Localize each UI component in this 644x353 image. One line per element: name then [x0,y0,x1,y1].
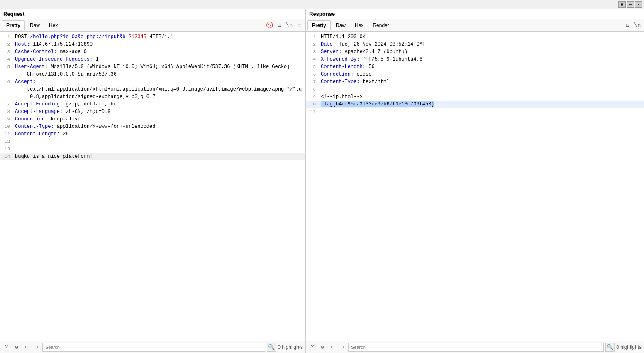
eye-slash-icon[interactable]: 🚫 [265,21,274,30]
response-settings-icon[interactable]: ⚙ [318,343,327,351]
response-line-4: 4 X-Powered-By: PHP/5.5.9-1ubuntu4.6 [306,56,644,63]
request-line-9: =0.8,application/signed-exchange;v=b3;q=… [0,93,305,101]
request-line-7: 6 Accept: [0,78,305,86]
request-line-13: 10 Content-Type: application/x-www-form-… [0,123,305,130]
request-help-icon[interactable]: ? [2,343,11,351]
main-panels: Request Pretty Raw Hex 🚫 ⊟ \n ≡ 1 POST /… [0,9,644,341]
response-search-input[interactable] [348,343,604,352]
menu-icon[interactable]: ≡ [295,21,304,30]
request-line-15: 12 [0,138,305,145]
request-line-11: 8 Accept-Language: zh-CN, zh;q=0.9 [0,108,305,115]
request-code-area: 1 POST /hello.php?id=0a&a=php://input&b=… [0,32,305,341]
response-bottom-bar: ? ⚙ ← → 🔍 0 highlights [306,341,644,353]
response-line-2: 2 Date: Tue, 26 Nov 2024 08:52:14 GMT [306,41,644,48]
response-tab-raw[interactable]: Raw [332,21,350,30]
response-line-10: 10 flag{b4ef95ea3d33ce97b67f1e13c736f453… [306,101,644,108]
request-search-input[interactable] [42,343,265,352]
request-line-8: text/html,application/xhtml+xml,applicat… [0,86,305,93]
request-title: Request [0,9,305,19]
response-tabs: Pretty Raw Hex Render ⊟ \n [306,19,644,32]
request-line-10: 7 Accept-Encoding: gzip, deflate, br [0,101,305,108]
request-line-4: 4 Upgrade-Insecure-Requests: 1 [0,56,305,63]
request-tab-hex[interactable]: Hex [45,21,62,30]
restore-button[interactable]: — [627,1,634,8]
response-line-6: 6 Connection: close [306,71,644,78]
request-line-6: Chrome/131.0.0.0 Safari/537.36 [0,71,305,78]
response-tab-render[interactable]: Render [368,21,393,30]
response-line-5: 5 Content-Length: 56 [306,63,644,71]
response-newline-icon[interactable]: \n [633,21,642,30]
request-line-16: 13 [0,145,305,153]
response-line-9: 9 <!--1p.html--> [306,93,644,101]
request-forward-icon[interactable]: → [32,343,41,351]
response-search-button[interactable]: 🔍 [605,343,615,352]
request-line-14: 11 Content-Length: 26 [0,130,305,138]
minimize-button[interactable]: ▣ [618,1,626,8]
request-panel: Request Pretty Raw Hex 🚫 ⊟ \n ≡ 1 POST /… [0,9,306,341]
bottom-panels: ? ⚙ ← → 🔍 0 highlights ? ⚙ ← → 🔍 0 highl… [0,341,644,353]
request-line-5: 5 User-Agent: Mozilla/5.0 (Windows NT 10… [0,63,305,71]
response-highlights-count: 0 highlights [616,344,642,350]
response-line-7: 7 Content-Type: text/html [306,78,644,86]
response-back-icon[interactable]: ← [328,343,337,351]
response-forward-icon[interactable]: → [338,343,346,351]
close-button[interactable]: ✕ [635,1,642,8]
response-help-icon[interactable]: ? [308,343,317,351]
newline-icon[interactable]: \n [285,21,294,30]
request-bottom-bar: ? ⚙ ← → 🔍 0 highlights [0,341,306,353]
request-line-2: 2 Host: 114.67.175.224:13890 [0,41,305,48]
request-highlights-count: 0 highlights [278,344,303,350]
request-back-icon[interactable]: ← [22,343,31,351]
request-tabs: Pretty Raw Hex 🚫 ⊟ \n ≡ [0,19,305,32]
wrap-icon[interactable]: ⊟ [275,21,284,30]
top-bar: ▣ — ✕ [0,0,644,9]
request-line-1: 1 POST /hello.php?id=0a&a=php://input&b=… [0,33,305,41]
response-panel: Response Pretty Raw Hex Render ⊟ \n 1 HT… [306,9,644,341]
request-line-3: 3 Cache-Control: max-age=0 [0,48,305,56]
response-line-11: 11 [306,108,644,115]
request-tab-pretty[interactable]: Pretty [2,20,25,30]
response-title: Response [306,9,644,19]
request-tab-raw[interactable]: Raw [26,21,44,30]
response-tab-hex[interactable]: Hex [351,21,368,30]
response-code-area: 1 HTTP/1.1 200 OK 2 Date: Tue, 26 Nov 20… [306,32,644,341]
response-tab-pretty[interactable]: Pretty [307,20,331,30]
response-line-8: 8 [306,86,644,93]
response-wrap-icon[interactable]: ⊟ [623,21,632,30]
response-line-1: 1 HTTP/1.1 200 OK [306,33,644,41]
request-line-17: 14 bugku is a nice plateform! [0,153,305,160]
response-line-3: 3 Server: Apache/2.4.7 (Ubuntu) [306,48,644,56]
request-line-12: 9 Connection: keep-alive [0,115,305,123]
request-settings-icon[interactable]: ⚙ [12,343,21,351]
request-search-button[interactable]: 🔍 [267,343,276,352]
